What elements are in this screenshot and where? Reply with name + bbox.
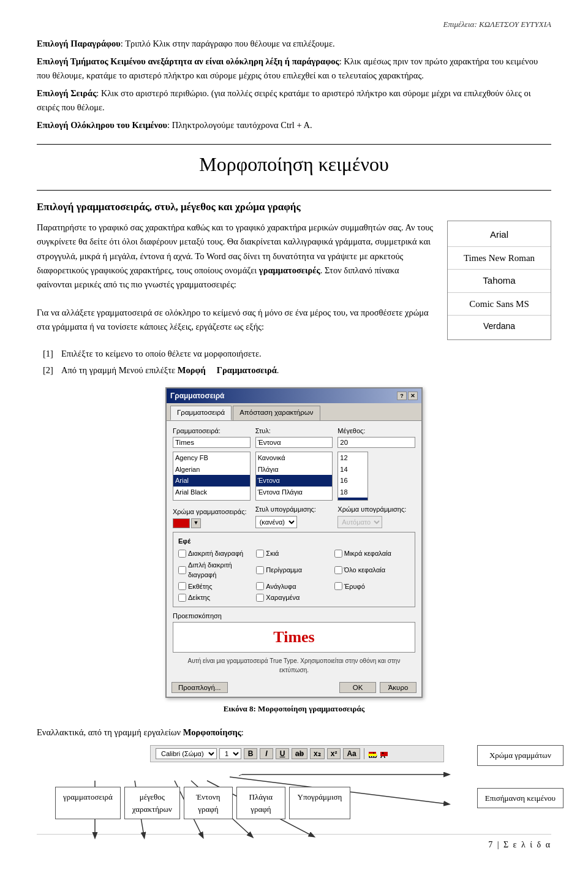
col-style: Στυλ: [255, 426, 333, 449]
color-swatch[interactable] [173, 518, 190, 528]
col-font-list: Agency FB Algerian Arial Arial Black Ari… [173, 452, 251, 501]
toolbar-strikethrough-btn[interactable]: ab [292, 748, 307, 759]
font-item-algerian[interactable]: Algerian [173, 464, 250, 475]
right-callouts: Χρώμα γραμμάτων Επισήμανση κειμένου [477, 745, 564, 808]
toolbar-size-select[interactable]: 10 [219, 748, 241, 759]
toolbar-sub-btn[interactable]: x₂ [310, 748, 325, 759]
dialog-tab-font[interactable]: Γραμματοσειρά [170, 406, 232, 420]
step-1: [1] Επιλέξτε το κείμενο το οποίο θέλετε … [43, 346, 551, 362]
toolbar-font-select[interactable]: Calibri (Σώμα) [156, 748, 217, 759]
underline-select[interactable]: (κανένα) [255, 516, 297, 528]
size-14[interactable]: 14 [338, 464, 368, 475]
effect-strikethrough[interactable]: Διακριτή διαγραφή [178, 548, 254, 559]
preview-sub: Αυτή είναι μια γραμματοσειρά True Type. … [173, 656, 415, 675]
dialog-ok-cancel: ΟΚ Άκυρο [339, 682, 417, 693]
effect-hidden[interactable]: Έρυφό [334, 581, 410, 592]
default-btn[interactable]: Προαπλογή... [172, 682, 228, 693]
body-p2: Για να αλλάξετε γραμματοσειρά σε ολόκληρ… [37, 306, 436, 334]
intro-p3: Επιλογή Σειράς: Κλικ στο αριστερό περιθώ… [37, 86, 551, 115]
dialog-wrapper: Γραμματοσειρά ? ✕ Γραμματοσειρά Απόσταση… [37, 387, 551, 698]
size-listbox[interactable]: 12 14 16 18 20 [337, 452, 368, 501]
step-2: [2] Από τη γραμμή Μενού επιλέξτε Μορφή Γ… [43, 363, 551, 378]
label-font: γραμματοσειρά [55, 787, 121, 819]
font-item-arial-narrow[interactable]: Arial Narrow [173, 498, 250, 501]
label-style: Στυλ: [255, 426, 333, 436]
intro-p2-bold: Επιλογή Τμήματος Κειμένου ανεξάρτητα αν … [37, 56, 339, 66]
size-12[interactable]: 12 [338, 452, 368, 464]
style-bold[interactable]: Έντονα [256, 475, 333, 487]
label-underline: Υπογράμμιση [289, 787, 350, 819]
dialog-help-btn[interactable]: ? [397, 392, 407, 400]
dialog-listboxes-row: Agency FB Algerian Arial Arial Black Ari… [173, 452, 415, 501]
effects-grid: Διακριτή διαγραφή Σκιά Μικρά κεφαλαία Δι… [178, 548, 410, 603]
font-item-arial[interactable]: Arial [173, 475, 250, 487]
effect-subscript[interactable]: Δείκτης [178, 593, 254, 603]
font-input[interactable] [173, 437, 251, 448]
preview-text: Times [178, 627, 410, 646]
subsection-title: Επιλογή γραμματοσειράς, στυλ, μέγεθος κα… [37, 199, 551, 215]
size-18[interactable]: 18 [338, 487, 368, 498]
intro-p3-bold: Επιλογή Σειράς [37, 88, 96, 98]
dialog-cols-row: Γραμματοσειρά: Στυλ: Μέγεθος: [173, 426, 415, 449]
font-item-agency[interactable]: Agency FB [173, 452, 250, 464]
intro-p2: Επιλογή Τμήματος Κειμένου ανεξάρτητα αν … [37, 55, 551, 83]
label-color: Χρώμα γραμματοσειράς: [173, 507, 251, 517]
effect-double-strike[interactable]: Διπλή διακριτή διαγραφή [178, 560, 254, 580]
effect-emboss[interactable]: Ανάγλυφα [256, 581, 331, 592]
label-size: Μέγεθος: [337, 426, 415, 436]
size-input[interactable] [337, 437, 415, 448]
toolbar-diagram: Χρώμα γραμμάτων Επισήμανση κειμένου Cali… [37, 745, 564, 819]
style-italic[interactable]: Πλάγια [256, 464, 333, 475]
page: Επιμέλεια: ΚΩΛΕΤΣΟΥ ΕΥΤΥΧΙΑ Επιλογή Παρα… [0, 0, 588, 875]
effect-superscript[interactable]: Εκθέτης [178, 581, 254, 592]
size-20[interactable]: 20 [338, 498, 368, 501]
intro-p3-rest: : Κλικ στο αριστερό περιθώριο. (για πολλ… [37, 88, 531, 112]
dialog-body: Γραμματοσειρά: Στυλ: Μέγεθος: [167, 421, 421, 680]
label-font: Γραμματοσειρά: [173, 426, 251, 436]
section-divider2 [37, 190, 551, 191]
font-listbox[interactable]: Agency FB Algerian Arial Arial Black Ari… [173, 452, 251, 501]
font-sample-tahoma: Tahoma [448, 270, 551, 293]
toolbar-underline-btn[interactable]: U [276, 748, 289, 759]
effect-engrave[interactable]: Χαραγμένα [256, 593, 331, 603]
font-sample-verdana: Verdana [448, 316, 551, 337]
style-normal[interactable]: Κανονικά [256, 452, 333, 464]
style-bold-italic[interactable]: Έντονα Πλάγια [256, 487, 333, 498]
callout-color: Χρώμα γραμμάτων [477, 745, 564, 766]
effect-outline[interactable]: Περίγραμμα [256, 560, 331, 580]
preview-section: Times [173, 622, 415, 653]
font-samples-box: Arial Times New Roman Tahoma Comic Sans … [447, 221, 551, 340]
section-divider [37, 144, 551, 145]
toolbar-bold-btn[interactable]: B [244, 748, 257, 759]
step-1-text: Επιλέξτε το κείμενο το οποίο θέλετε να μ… [61, 346, 262, 362]
preview-label: Προεπισκόπηση [173, 611, 415, 621]
ok-btn[interactable]: ΟΚ [339, 682, 376, 693]
effect-all-caps[interactable]: Όλο κεφαλαία [334, 560, 410, 580]
dialog-tab-spacing[interactable]: Απόσταση χαρακτήρων [233, 406, 320, 420]
toolbar-sup-btn[interactable]: x² [327, 748, 341, 759]
toolbar-case-btn[interactable]: Aa [343, 748, 360, 759]
color-dropdown-btn[interactable]: ▼ [191, 518, 201, 528]
style-listbox[interactable]: Κανονικά Πλάγια Έντονα Έντονα Πλάγια [255, 452, 333, 501]
effect-shadow[interactable]: Σκιά [256, 548, 331, 559]
toolbar-highlight-btn[interactable]: ab [368, 752, 377, 756]
section-title: Μορφοποίηση κειμένου [37, 150, 551, 179]
step-2-num: [2] [43, 363, 58, 378]
style-input[interactable] [255, 437, 333, 448]
effect-small-caps[interactable]: Μικρά κεφαλαία [334, 548, 410, 559]
label-size: μέγεθοςχαρακτήρων [124, 787, 180, 819]
dialog-titlebar: Γραμματοσειρά ? ✕ [167, 388, 421, 403]
toolbar-font-color-btn[interactable]: A [380, 752, 388, 756]
content-row: Παρατηρήστε το γραφικό σας χαρακτήρα καθ… [37, 221, 551, 340]
toolbar-bar: Calibri (Σώμα) 10 B I U ab x₂ x² Aa ab [150, 745, 444, 762]
dialog-close-btn[interactable]: ✕ [408, 392, 418, 400]
font-sample-arial: Arial [448, 224, 551, 247]
font-dialog[interactable]: Γραμματοσειρά ? ✕ Γραμματοσειρά Απόσταση… [165, 387, 423, 698]
step-1-num: [1] [43, 346, 58, 362]
cancel-btn[interactable]: Άκυρο [380, 682, 417, 693]
dialog-title: Γραμματοσειρά [170, 390, 224, 401]
body-p1: Παρατηρήστε το γραφικό σας χαρακτήρα καθ… [37, 221, 436, 292]
toolbar-italic-btn[interactable]: I [260, 748, 273, 759]
font-item-arial-black[interactable]: Arial Black [173, 487, 250, 498]
size-16[interactable]: 16 [338, 475, 368, 487]
